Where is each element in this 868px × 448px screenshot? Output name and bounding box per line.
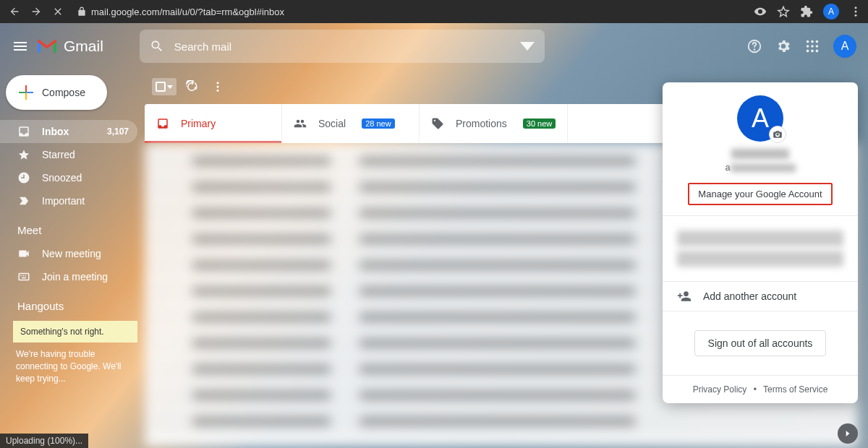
svg-rect-15 bbox=[21, 275, 22, 277]
svg-point-1 bbox=[855, 11, 857, 13]
sidebar-item-label: Important bbox=[42, 195, 85, 207]
caret-down-icon bbox=[167, 85, 173, 89]
tab-social[interactable]: Social 28 new bbox=[282, 104, 420, 143]
sidebar-item-snoozed[interactable]: Snoozed bbox=[0, 166, 137, 189]
svg-point-4 bbox=[754, 49, 755, 50]
tab-badge: 28 new bbox=[362, 119, 394, 129]
svg-point-20 bbox=[217, 86, 219, 88]
other-account-row[interactable] bbox=[677, 231, 843, 246]
inbox-count: 3,107 bbox=[107, 126, 129, 137]
tab-label: Primary bbox=[181, 118, 216, 129]
tab-primary[interactable]: Primary bbox=[145, 104, 282, 143]
svg-point-8 bbox=[807, 45, 809, 48]
svg-point-11 bbox=[807, 50, 809, 53]
sidebar-item-label: Snoozed bbox=[42, 172, 82, 184]
plus-icon bbox=[19, 85, 33, 100]
apps-icon[interactable] bbox=[804, 38, 820, 54]
other-account-row[interactable] bbox=[677, 251, 843, 267]
svg-point-7 bbox=[816, 40, 819, 43]
tab-label: Social bbox=[318, 118, 346, 129]
search-bar[interactable]: Search mail bbox=[140, 30, 545, 63]
sidebar-item-inbox[interactable]: Inbox 3,107 bbox=[0, 120, 137, 143]
sidebar-item-label: Inbox bbox=[42, 126, 69, 137]
important-icon bbox=[17, 194, 30, 207]
forward-button[interactable] bbox=[27, 3, 45, 20]
tab-promotions[interactable]: Promotions 30 new bbox=[420, 104, 568, 143]
video-icon bbox=[17, 247, 30, 260]
app-header: Gmail Search mail A bbox=[0, 23, 868, 69]
tab-badge: 30 new bbox=[523, 119, 556, 129]
meet-section-title: Meet bbox=[0, 212, 145, 242]
eye-icon[interactable] bbox=[754, 5, 767, 18]
caret-down-icon[interactable] bbox=[520, 39, 535, 53]
stop-button[interactable] bbox=[49, 3, 67, 20]
add-account-button[interactable]: Add another account bbox=[663, 282, 858, 311]
address-bar[interactable]: mail.google.com/mail/u/0/?tab=rm&ogbl#in… bbox=[77, 7, 748, 17]
svg-point-6 bbox=[811, 40, 814, 43]
gmail-icon bbox=[36, 38, 58, 54]
compose-label: Compose bbox=[42, 87, 85, 98]
back-button[interactable] bbox=[6, 3, 23, 20]
sidebar-item-new-meeting[interactable]: New meeting bbox=[0, 242, 137, 265]
lock-icon bbox=[77, 7, 87, 17]
product-name: Gmail bbox=[64, 38, 103, 55]
svg-point-12 bbox=[811, 50, 814, 53]
more-button[interactable] bbox=[207, 76, 229, 98]
account-avatar-large[interactable]: A bbox=[737, 95, 783, 142]
sidebar-item-label: New meeting bbox=[42, 248, 101, 259]
tag-icon bbox=[431, 117, 444, 130]
account-email: a bbox=[674, 162, 846, 173]
compose-button[interactable]: Compose bbox=[6, 75, 107, 110]
add-account-label: Add another account bbox=[703, 290, 796, 302]
refresh-button[interactable] bbox=[181, 76, 203, 98]
help-icon[interactable] bbox=[746, 38, 762, 54]
camera-icon[interactable] bbox=[769, 126, 786, 143]
gmail-logo[interactable]: Gmail bbox=[36, 38, 103, 55]
svg-rect-17 bbox=[25, 275, 27, 277]
account-avatar[interactable]: A bbox=[833, 35, 856, 58]
clock-icon bbox=[17, 171, 30, 184]
tab-label: Promotions bbox=[456, 118, 507, 129]
terms-link[interactable]: Terms of Service bbox=[763, 384, 827, 395]
sidebar-item-label: Starred bbox=[42, 149, 75, 160]
sidebar-item-join-meeting[interactable]: Join a meeting bbox=[0, 265, 137, 288]
browser-menu-icon[interactable] bbox=[849, 5, 862, 18]
sidebar-item-starred[interactable]: Starred bbox=[0, 143, 137, 166]
sidebar: Compose Inbox 3,107 Starred Snoozed bbox=[0, 69, 145, 448]
star-icon bbox=[17, 148, 30, 161]
sidebar-item-important[interactable]: Important bbox=[0, 189, 137, 212]
inbox-icon bbox=[156, 117, 169, 130]
privacy-link[interactable]: Privacy Policy bbox=[693, 384, 747, 395]
search-placeholder: Search mail bbox=[174, 40, 231, 53]
account-popup-footer: Privacy Policy • Terms of Service bbox=[663, 375, 858, 403]
person-add-icon bbox=[677, 289, 692, 303]
manage-account-button[interactable]: Manage your Google Account bbox=[688, 183, 832, 205]
hangouts-message: We're having trouble connecting to Googl… bbox=[0, 348, 145, 384]
browser-toolbar: mail.google.com/mail/u/0/?tab=rm&ogbl#in… bbox=[0, 0, 868, 23]
svg-point-0 bbox=[855, 7, 857, 9]
svg-point-19 bbox=[217, 82, 219, 84]
svg-point-9 bbox=[811, 45, 814, 48]
hamburger-icon[interactable] bbox=[12, 38, 29, 55]
account-popup: A a Manage your Google Account Add anoth… bbox=[663, 82, 858, 403]
people-icon bbox=[294, 117, 307, 130]
hangouts-section-title: Hangouts bbox=[0, 288, 145, 318]
settings-icon[interactable] bbox=[775, 38, 791, 54]
browser-profile-avatar[interactable]: A bbox=[823, 4, 839, 20]
sidebar-item-label: Join a meeting bbox=[42, 271, 108, 283]
svg-rect-18 bbox=[22, 277, 26, 279]
svg-point-21 bbox=[217, 90, 219, 92]
status-bar: Uploading (100%)... bbox=[0, 434, 88, 448]
hangouts-warning: Something's not right. bbox=[13, 321, 137, 343]
keyboard-icon bbox=[17, 270, 30, 283]
account-name bbox=[731, 149, 789, 159]
extensions-icon[interactable] bbox=[800, 5, 813, 18]
svg-point-2 bbox=[855, 14, 857, 17]
star-icon[interactable] bbox=[777, 5, 790, 18]
svg-point-13 bbox=[816, 50, 819, 53]
next-page-button[interactable] bbox=[838, 423, 858, 444]
signout-button[interactable]: Sign out of all accounts bbox=[694, 330, 827, 356]
inbox-icon bbox=[17, 125, 30, 138]
url-text: mail.google.com/mail/u/0/?tab=rm&ogbl#in… bbox=[91, 7, 284, 17]
select-all-checkbox[interactable] bbox=[152, 78, 176, 95]
